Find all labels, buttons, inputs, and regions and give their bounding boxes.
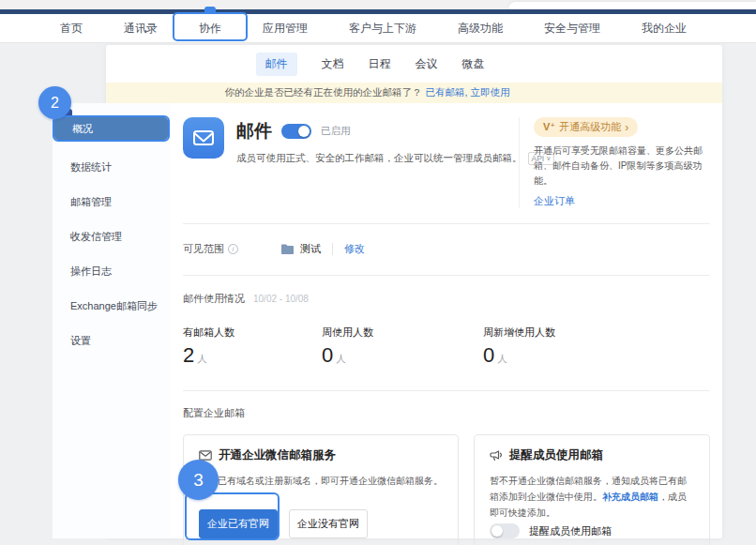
supplement-mailbox-link[interactable]: 补充成员邮箱 [602, 492, 658, 502]
toggle-knob [298, 126, 310, 137]
top-strip [0, 0, 756, 9]
sidebar-item-operation-log-label: 操作日志 [70, 265, 112, 279]
step-badge-2: 2 [38, 86, 71, 119]
tab-meeting[interactable]: 会议 [416, 56, 438, 72]
open-premium-button[interactable]: V⁺ 开通高级功能 › [534, 117, 638, 137]
card-open-mailbox-service: 开通企业微信邮箱服务 配置已有域名或注册新域名，即可开通企业微信邮箱服务。 3 … [183, 434, 459, 545]
background-window-corner [508, 2, 756, 9]
visibility-label: 可见范围 [183, 242, 224, 256]
nav-item-home[interactable]: 首页 [60, 21, 83, 37]
stat-value: 0 [322, 343, 333, 367]
nav-item-collaboration-label: 协作 [199, 22, 221, 35]
sidebar-item-mailbox-management-label: 邮箱管理 [70, 195, 112, 209]
open-premium-button-label: 开通高级功能 [559, 120, 621, 134]
sidebar-item-settings[interactable]: 设置 [53, 324, 170, 358]
sidebar: 2 概况 数据统计 邮箱管理 收发信管理 操作日志 Exchange邮箱同步 设… [53, 103, 170, 538]
premium-description: 开通后可享受无限邮箱容量、更多公共邮箱、邮件自动备份、IP限制等多项高级功能。 [534, 144, 710, 189]
sidebar-item-statistics[interactable]: 数据统计 [53, 150, 170, 185]
annotation-notch-icon [204, 7, 216, 14]
sidebar-item-statistics-label: 数据统计 [70, 160, 112, 174]
nav-item-collaboration[interactable]: 协作 [199, 21, 221, 37]
stat-label: 周新增使用人数 [483, 325, 555, 340]
sidebar-item-mailbox-management[interactable]: 邮箱管理 [53, 185, 170, 220]
stat-unit: 人 [197, 353, 207, 364]
folder-icon [280, 244, 295, 255]
has-website-button[interactable]: 企业已有官网 [199, 509, 278, 538]
card-remind-title: 提醒成员使用邮箱 [509, 447, 603, 463]
nav-item-customers[interactable]: 客户与上下游 [349, 21, 416, 37]
subtabs: 邮件 文档 日程 会议 微盘 [62, 45, 678, 83]
card-open-title: 开通企业微信邮箱服务 [219, 447, 336, 463]
nav-item-app-management[interactable]: 应用管理 [263, 21, 308, 37]
mail-app-icon [183, 117, 224, 159]
nav-item-security[interactable]: 安全与管理 [544, 21, 600, 37]
sidebar-item-send-receive[interactable]: 收发信管理 [53, 220, 170, 254]
card-open-description: 配置已有域名或注册新域名，即可开通企业微信邮箱服务。 [199, 473, 443, 489]
stat-value: 2 [183, 343, 194, 367]
stat-label: 有邮箱人数 [183, 325, 322, 340]
stat-unit: 人 [336, 353, 346, 364]
notice-bar: 你的企业是否已经有正在使用的企业邮箱了？ 已有邮箱, 立即使用 [106, 83, 722, 103]
sidebar-item-send-receive-label: 收发信管理 [70, 230, 122, 244]
page-background: 邮件 文档 日程 会议 微盘 你的企业是否已经有正在使用的企业邮箱了？ 已有邮箱… [0, 43, 756, 544]
tab-schedule[interactable]: 日程 [369, 56, 391, 72]
content: 邮件 已启用 成员可使用正式、安全的工作邮箱，企业可以统一管理成员邮箱。 API… [170, 103, 722, 538]
enterprise-order-link[interactable]: 企业订单 [534, 194, 575, 208]
visibility-value: 测试 [300, 242, 321, 256]
stat-weekly-users: 周使用人数 0人 [322, 325, 483, 368]
divider [332, 243, 333, 255]
premium-icon: V⁺ [543, 121, 555, 133]
usage-date-range: 10/02 - 10/08 [253, 294, 309, 304]
sidebar-item-overview-label: 概况 [72, 122, 93, 136]
stat-unit: 人 [497, 353, 507, 364]
mail-description: 成员可使用正式、安全的工作邮箱，企业可以统一管理成员邮箱。 [236, 152, 522, 165]
nav-item-my-enterprise[interactable]: 我的企业 [642, 21, 687, 37]
mail-enable-toggle[interactable] [281, 124, 311, 139]
mail-header-main: 邮件 已启用 成员可使用正式、安全的工作邮箱，企业可以统一管理成员邮箱。 API… [236, 117, 519, 208]
notice-question: 你的企业是否已经有正在使用的企业邮箱了？ [225, 86, 422, 99]
visibility-edit-link[interactable]: 修改 [344, 242, 365, 256]
card-remind-members: 提醒成员使用邮箱 暂不开通企业微信邮箱服务，通知成员将已有邮箱添加到企业微信中使… [474, 434, 710, 545]
main-card: 邮件 文档 日程 会议 微盘 你的企业是否已经有正在使用的企业邮箱了？ 已有邮箱… [106, 45, 722, 538]
nav-item-advanced[interactable]: 高级功能 [458, 21, 503, 37]
nav-item-contacts[interactable]: 通讯录 [124, 21, 158, 37]
premium-promo-panel: V⁺ 开通高级功能 › 开通后可享受无限邮箱容量、更多公共邮箱、邮件自动备份、I… [519, 117, 710, 208]
notice-use-existing-link[interactable]: 已有邮箱, 立即使用 [426, 86, 510, 99]
top-navigation: 首页 通讯录 协作 应用管理 客户与上下游 高级功能 安全与管理 我的企业 [0, 14, 756, 43]
status-text: 已启用 [321, 125, 351, 138]
configure-section-label: 配置企业邮箱 [183, 406, 710, 420]
no-website-button[interactable]: 企业没有官网 [289, 509, 368, 538]
remind-toggle-label: 提醒成员使用邮箱 [529, 524, 612, 538]
sidebar-item-exchange-sync[interactable]: Exchange邮箱同步 [53, 289, 170, 324]
tab-docs[interactable]: 文档 [322, 56, 344, 72]
stat-mailbox-members: 有邮箱人数 2人 [183, 325, 322, 368]
card-remind-description: 暂不开通企业微信邮箱服务，通知成员将已有邮箱添加到企业微信中使用。补充成员邮箱，… [490, 473, 694, 521]
remind-members-toggle[interactable] [490, 523, 520, 538]
info-icon[interactable]: i [228, 244, 238, 254]
sidebar-item-settings-label: 设置 [70, 334, 91, 348]
toggle-knob [491, 525, 503, 537]
configure-section: 配置企业邮箱 开通企 [183, 391, 710, 545]
page-title: 邮件 [236, 119, 272, 144]
sidebar-item-operation-log[interactable]: 操作日志 [53, 254, 170, 289]
visibility-section: 可见范围 i 测试 修改 [183, 224, 710, 276]
tab-mail[interactable]: 邮件 [256, 53, 297, 76]
chevron-right-icon: › [625, 121, 628, 134]
stat-weekly-new-users: 周新增使用人数 0人 [483, 325, 555, 368]
sidebar-item-overview[interactable]: 2 概况 [53, 115, 170, 142]
mail-header-section: 邮件 已启用 成员可使用正式、安全的工作邮箱，企业可以统一管理成员邮箱。 API… [183, 109, 710, 224]
step-badge-3: 3 [178, 460, 219, 500]
sidebar-item-exchange-sync-label: Exchange邮箱同步 [70, 299, 158, 313]
annotated-button-wrap: 3 企业已有官网 [199, 509, 278, 538]
usage-section: 邮件使用情况 10/02 - 10/08 有邮箱人数 2人 周使用人数 0人 [183, 276, 710, 391]
screen: 首页 通讯录 协作 应用管理 客户与上下游 高级功能 安全与管理 我的企业 邮件… [0, 0, 756, 545]
tab-drive[interactable]: 微盘 [462, 56, 485, 72]
stat-value: 0 [483, 343, 494, 367]
usage-title: 邮件使用情况 [183, 292, 245, 306]
card-body: 2 概况 数据统计 邮箱管理 收发信管理 操作日志 Exchange邮箱同步 设… [106, 103, 722, 538]
megaphone-icon [490, 450, 503, 462]
stat-label: 周使用人数 [322, 325, 483, 340]
